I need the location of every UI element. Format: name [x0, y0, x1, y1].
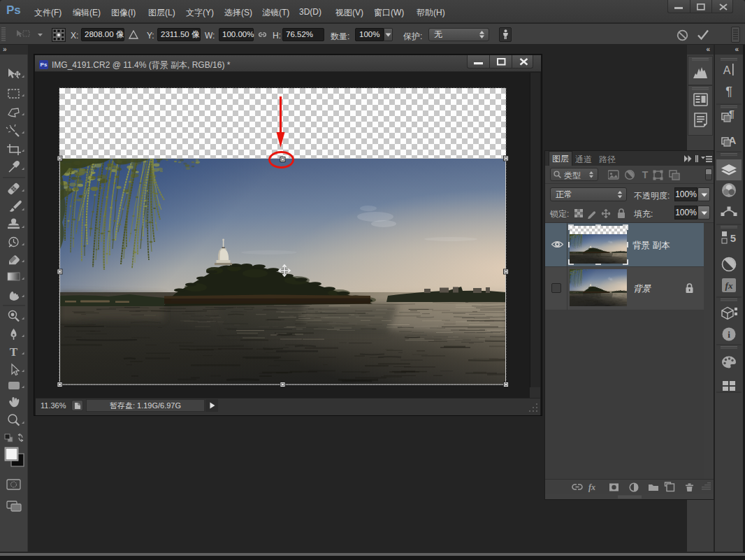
- svg-text:A: A: [723, 64, 731, 76]
- svg-text:fx: fx: [725, 280, 733, 291]
- svg-text:¶: ¶: [725, 85, 732, 99]
- svg-text:fx: fx: [588, 482, 595, 492]
- svg-text:5: 5: [730, 232, 736, 244]
- svg-text:T: T: [10, 345, 18, 359]
- svg-text:i: i: [728, 329, 730, 340]
- svg-text:T: T: [642, 169, 649, 180]
